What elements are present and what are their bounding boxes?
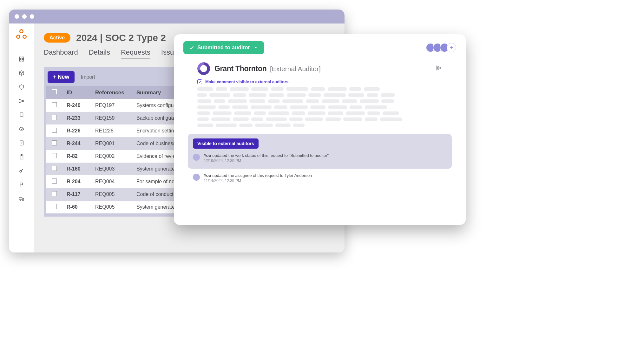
- svg-point-10: [20, 171, 22, 172]
- status-badge: Active: [44, 33, 70, 43]
- nav-truck-icon[interactable]: [15, 192, 28, 205]
- row-id: R-226: [63, 124, 91, 137]
- row-id: R-244: [63, 137, 91, 150]
- svg-point-13: [23, 200, 23, 201]
- checkbox-icon: [197, 79, 202, 84]
- row-reference: REQ197: [91, 99, 133, 112]
- tab-details[interactable]: Details: [89, 48, 110, 58]
- row-reference: REQ003: [91, 163, 133, 175]
- row-checkbox[interactable]: [52, 153, 57, 158]
- log-text: updated the assignee of this request to …: [211, 173, 312, 178]
- row-checkbox[interactable]: [52, 191, 57, 196]
- nav-shield-icon[interactable]: [15, 81, 28, 93]
- app-logo-icon: [16, 29, 27, 40]
- window-dot-icon: [15, 14, 19, 19]
- row-id: R-82: [63, 150, 91, 163]
- page-title: 2024 | SOC 2 Type 2: [76, 32, 166, 43]
- nav-bookmark-icon[interactable]: [15, 109, 28, 121]
- row-reference: REQ005: [91, 188, 133, 201]
- row-reference: REQ159: [91, 112, 133, 124]
- chevron-down-icon: [253, 45, 258, 50]
- log-actor: You: [204, 153, 211, 158]
- svg-rect-2: [19, 60, 21, 61]
- row-id: R-204: [63, 175, 91, 188]
- log-timestamp: 12/19/2024, 12:39 PM: [204, 158, 329, 163]
- row-reference: REQ004: [91, 175, 133, 188]
- log-text: updated the work status of this request …: [211, 153, 329, 158]
- nav-package-icon[interactable]: [15, 67, 28, 79]
- row-id: R-117: [63, 188, 91, 201]
- new-button[interactable]: + New: [48, 71, 75, 83]
- select-all-checkbox[interactable]: [52, 89, 57, 94]
- row-id: R-60: [63, 201, 91, 213]
- nav-flag-icon[interactable]: [15, 178, 28, 191]
- row-checkbox[interactable]: [52, 140, 57, 145]
- row-reference: REQ005: [91, 201, 133, 213]
- svg-rect-3: [22, 60, 24, 61]
- row-checkbox[interactable]: [52, 102, 57, 107]
- auditor-name: Grant Thornton: [214, 64, 266, 73]
- request-detail-panel: Submitted to auditor + Grant Thornton [E…: [174, 34, 466, 225]
- check-icon: [189, 45, 194, 50]
- window-dot-icon: [30, 14, 34, 19]
- comment-skeleton: [197, 87, 442, 127]
- log-timestamp: 11/14/2024, 12:39 PM: [204, 178, 312, 183]
- assignee-avatars: +: [426, 43, 456, 52]
- visibility-checkbox-row[interactable]: Make comment visible to external auditor…: [197, 79, 456, 84]
- tab-requests[interactable]: Requests: [121, 48, 150, 58]
- window-dot-icon: [22, 14, 27, 19]
- avatar-icon: [193, 154, 200, 161]
- row-checkbox[interactable]: [52, 204, 57, 209]
- row-id: R-240: [63, 99, 91, 112]
- nav-key-icon[interactable]: [15, 165, 28, 177]
- row-checkbox[interactable]: [52, 128, 57, 133]
- row-id: R-160: [63, 163, 91, 175]
- visibility-label: Make comment visible to external auditor…: [205, 79, 288, 84]
- col-references: References: [91, 86, 133, 99]
- row-reference: REQ002: [91, 150, 133, 163]
- row-checkbox[interactable]: [52, 166, 57, 171]
- nav-clipboard-icon[interactable]: [15, 151, 28, 163]
- sidebar: [9, 24, 34, 252]
- svg-rect-1: [22, 57, 24, 58]
- add-assignee-button[interactable]: +: [447, 43, 456, 52]
- browser-titlebar: [9, 10, 345, 24]
- activity-log-entry: You updated the assignee of this request…: [193, 173, 452, 183]
- avatar-icon: [193, 174, 200, 181]
- svg-rect-11: [19, 198, 22, 200]
- status-dropdown[interactable]: Submitted to auditor: [183, 41, 264, 54]
- nav-share-icon[interactable]: [15, 95, 28, 107]
- row-reference: RE1228: [91, 124, 133, 137]
- svg-point-12: [20, 200, 21, 201]
- activity-log-entry: You updated the work status of this requ…: [193, 153, 447, 163]
- row-checkbox[interactable]: [52, 178, 57, 184]
- svg-rect-0: [19, 57, 21, 58]
- import-button[interactable]: Import: [81, 74, 95, 80]
- auditor-role: [External Auditor]: [270, 65, 321, 72]
- status-label: Submitted to auditor: [197, 44, 250, 51]
- log-actor: You: [204, 173, 211, 178]
- nav-cloud-icon[interactable]: [15, 123, 28, 135]
- auditor-logo-icon: [197, 62, 210, 75]
- row-checkbox[interactable]: [52, 115, 57, 120]
- send-icon[interactable]: [436, 65, 442, 72]
- col-id: ID: [63, 86, 91, 99]
- visibility-badge: Visible to external auditors: [193, 138, 259, 149]
- nav-document-icon[interactable]: [15, 137, 28, 149]
- row-reference: REQ001: [91, 137, 133, 150]
- nav-dashboard-icon[interactable]: [15, 53, 28, 65]
- activity-highlighted: Visible to external auditors You updated…: [188, 134, 452, 169]
- row-id: R-233: [63, 112, 91, 124]
- tab-dashboard[interactable]: Dashboard: [44, 48, 78, 58]
